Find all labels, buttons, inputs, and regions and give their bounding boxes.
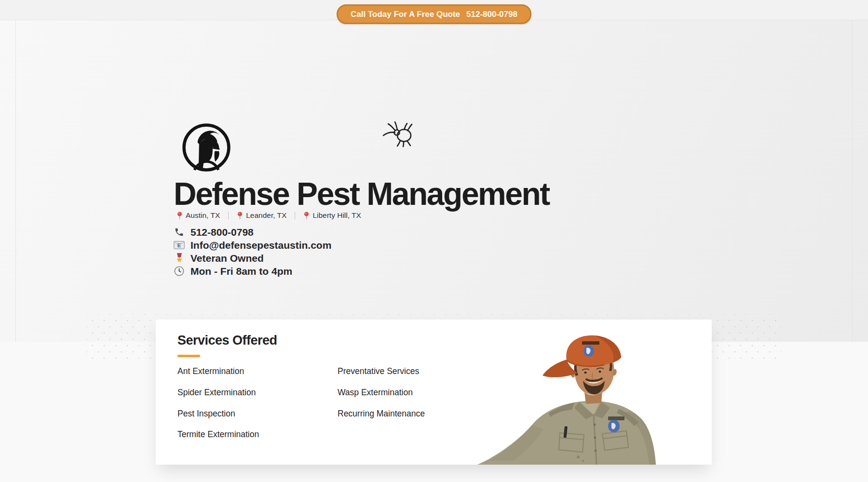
- telephone-receiver-icon: [174, 227, 185, 238]
- service-item: Recurring Maintenance: [338, 409, 425, 419]
- contact-email-row[interactable]: E Info@defensepestaustin.com: [174, 239, 331, 252]
- location-divider: [295, 212, 295, 219]
- location-label: Austin, TX: [186, 211, 220, 220]
- pushpin-icon: [303, 212, 310, 220]
- clock-icon: [174, 266, 185, 277]
- service-item: Pest Inspection: [177, 409, 235, 419]
- banner-phone: 512-800-0798: [466, 10, 517, 18]
- heading-accent-underline: [177, 355, 200, 357]
- svg-text:E: E: [177, 242, 181, 248]
- hours-row: Mon - Fri 8am to 4pm: [174, 265, 331, 278]
- service-item: Wasp Extermination: [338, 388, 413, 398]
- services-offered-card: Services Offered Ant Extermination Spide…: [156, 320, 712, 465]
- contact-email-text: Info@defensepestaustin.com: [190, 240, 331, 251]
- pushpin-icon: [237, 212, 243, 220]
- contact-phone-text: 512-800-0798: [190, 227, 254, 238]
- banner-label: Call Today For A Free Quote: [351, 10, 460, 18]
- location-item: Austin, TX: [176, 211, 220, 220]
- service-item: Ant Extermination: [177, 366, 244, 376]
- business-name-heading: Defense Pest Management: [174, 175, 608, 212]
- veteran-owned-text: Veteran Owned: [190, 253, 264, 264]
- contact-phone-row[interactable]: 512-800-0798: [174, 226, 331, 239]
- service-item: Preventative Services: [338, 366, 419, 376]
- hero-section: Defense Pest Management Austin, TX Leand…: [0, 20, 868, 342]
- contact-info-list: 512-800-0798 E Info@defensepestaustin.co…: [174, 226, 331, 278]
- spartan-helmet-logo-icon: [180, 121, 232, 174]
- service-item: Termite Extermination: [177, 429, 259, 440]
- military-medal-icon: [174, 253, 185, 264]
- services-heading: Services Offered: [177, 333, 277, 348]
- service-item: Spider Extermination: [177, 388, 256, 398]
- location-item: Liberty Hill, TX: [303, 211, 361, 220]
- bug-doodle-icon: [382, 119, 421, 147]
- pushpin-icon: [176, 212, 183, 220]
- email-envelope-icon: E: [174, 240, 185, 251]
- technician-photo: [475, 331, 685, 465]
- location-label: Leander, TX: [246, 211, 286, 220]
- veteran-owned-row: Veteran Owned: [174, 252, 331, 265]
- hours-text: Mon - Fri 8am to 4pm: [190, 266, 292, 277]
- location-label: Liberty Hill, TX: [312, 211, 361, 220]
- location-item: Leander, TX: [237, 211, 286, 220]
- location-divider: [228, 212, 229, 219]
- locations-row: Austin, TX Leander, TX Liberty Hill, TX: [176, 211, 361, 220]
- call-quote-banner-button[interactable]: Call Today For A Free Quote 512-800-0798: [337, 4, 531, 24]
